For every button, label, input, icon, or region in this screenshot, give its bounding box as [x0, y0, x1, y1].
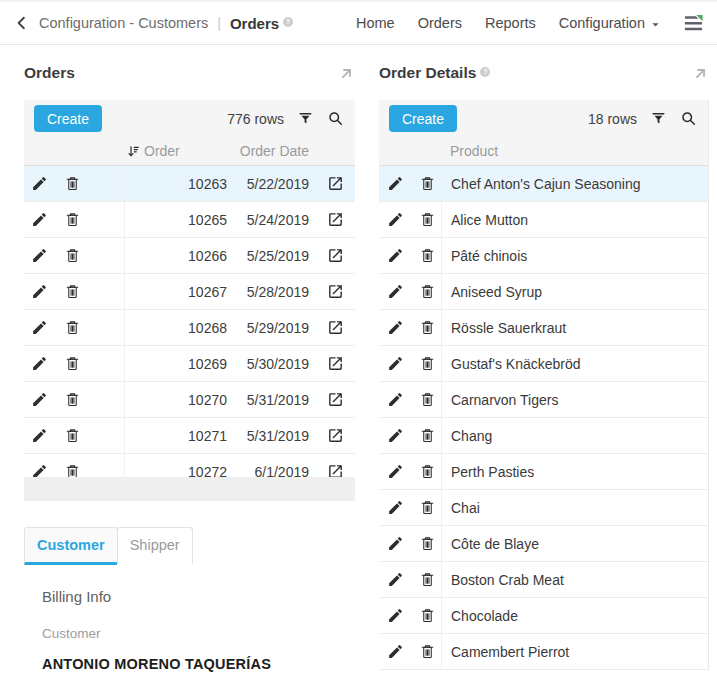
product-row[interactable]: Aniseed Syrup — [379, 274, 708, 310]
delete-icon[interactable] — [64, 355, 81, 372]
delete-icon[interactable] — [64, 283, 81, 300]
order-details-filter-icon[interactable] — [650, 110, 667, 127]
expand-orders-icon[interactable] — [338, 65, 355, 82]
order-row[interactable]: 102635/22/2019 — [24, 166, 355, 202]
order-row[interactable]: 102715/31/2019 — [24, 418, 355, 454]
delete-icon[interactable] — [419, 247, 436, 264]
edit-icon[interactable] — [387, 391, 404, 408]
delete-icon[interactable] — [419, 211, 436, 228]
delete-icon[interactable] — [419, 355, 436, 372]
delete-icon[interactable] — [64, 211, 81, 228]
order-row[interactable]: 102705/31/2019 — [24, 382, 355, 418]
delete-icon[interactable] — [64, 175, 81, 192]
delete-icon[interactable] — [419, 319, 436, 336]
edit-icon[interactable] — [31, 175, 48, 192]
open-record-icon[interactable] — [327, 391, 344, 408]
delete-icon[interactable] — [419, 499, 436, 516]
order-details-create-button[interactable]: Create — [389, 105, 457, 132]
breadcrumb-parent[interactable]: Configuration - Customers — [39, 15, 208, 31]
help-icon[interactable]: ? — [283, 17, 293, 27]
product-row[interactable]: Chef Anton's Cajun Seasoning — [379, 166, 708, 202]
order-details-col-product[interactable]: Product — [442, 143, 708, 159]
product-row[interactable]: Carnarvon Tigers — [379, 382, 708, 418]
open-record-icon[interactable] — [327, 463, 344, 477]
orders-filter-icon[interactable] — [297, 110, 314, 127]
open-record-icon[interactable] — [327, 355, 344, 372]
edit-icon[interactable] — [387, 463, 404, 480]
open-record-icon[interactable] — [327, 427, 344, 444]
orders-col-order[interactable]: Order — [144, 143, 180, 159]
edit-icon[interactable] — [387, 211, 404, 228]
delete-icon[interactable] — [419, 283, 436, 300]
delete-icon[interactable] — [64, 319, 81, 336]
edit-icon[interactable] — [387, 355, 404, 372]
product-row[interactable]: Camembert Pierrot — [379, 634, 708, 670]
product-row[interactable]: Chai — [379, 490, 708, 526]
orders-search-icon[interactable] — [327, 110, 344, 127]
edit-icon[interactable] — [387, 535, 404, 552]
edit-icon[interactable] — [387, 643, 404, 660]
edit-icon[interactable] — [387, 499, 404, 516]
product-row[interactable]: Chocolade — [379, 598, 708, 634]
sort-icon[interactable] — [126, 144, 141, 159]
product-row[interactable]: Boston Crab Meat — [379, 562, 708, 598]
edit-icon[interactable] — [387, 175, 404, 192]
delete-icon[interactable] — [64, 391, 81, 408]
edit-icon[interactable] — [31, 391, 48, 408]
back-icon[interactable] — [13, 14, 31, 32]
edit-icon[interactable] — [387, 571, 404, 588]
edit-icon[interactable] — [31, 355, 48, 372]
tab-customer[interactable]: Customer — [24, 527, 118, 565]
delete-icon[interactable] — [64, 247, 81, 264]
delete-icon[interactable] — [419, 427, 436, 444]
product-row[interactable]: Alice Mutton — [379, 202, 708, 238]
edit-icon[interactable] — [387, 247, 404, 264]
product-row[interactable]: Rössle Sauerkraut — [379, 310, 708, 346]
open-record-icon[interactable] — [327, 283, 344, 300]
order-row[interactable]: 102726/1/2019 — [24, 454, 355, 477]
delete-icon[interactable] — [419, 535, 436, 552]
order-row[interactable]: 102655/24/2019 — [24, 202, 355, 238]
delete-icon[interactable] — [64, 463, 81, 477]
product-row[interactable]: Pâté chinois — [379, 238, 708, 274]
edit-icon[interactable] — [387, 607, 404, 624]
nav-home[interactable]: Home — [356, 15, 395, 31]
orders-col-date[interactable]: Order Date — [235, 143, 315, 159]
nav-orders[interactable]: Orders — [418, 15, 462, 31]
nav-reports[interactable]: Reports — [485, 15, 536, 31]
order-row[interactable]: 102675/28/2019 — [24, 274, 355, 310]
order-details-help-icon[interactable]: ? — [480, 67, 490, 77]
delete-icon[interactable] — [419, 391, 436, 408]
delete-icon[interactable] — [419, 643, 436, 660]
delete-icon[interactable] — [64, 427, 81, 444]
edit-icon[interactable] — [31, 247, 48, 264]
edit-icon[interactable] — [31, 211, 48, 228]
orders-create-button[interactable]: Create — [34, 105, 102, 132]
app-menu-icon[interactable] — [682, 12, 705, 35]
product-row[interactable]: Gustaf's Knäckebröd — [379, 346, 708, 382]
open-record-icon[interactable] — [327, 319, 344, 336]
nav-configuration[interactable]: Configuration — [559, 15, 663, 32]
edit-icon[interactable] — [31, 463, 48, 477]
edit-icon[interactable] — [387, 427, 404, 444]
edit-icon[interactable] — [31, 283, 48, 300]
open-record-icon[interactable] — [327, 247, 344, 264]
open-record-icon[interactable] — [327, 211, 344, 228]
order-row[interactable]: 102685/29/2019 — [24, 310, 355, 346]
delete-icon[interactable] — [419, 175, 436, 192]
order-row[interactable]: 102665/25/2019 — [24, 238, 355, 274]
edit-icon[interactable] — [387, 319, 404, 336]
delete-icon[interactable] — [419, 607, 436, 624]
expand-order-details-icon[interactable] — [692, 65, 709, 82]
edit-icon[interactable] — [31, 427, 48, 444]
order-details-search-icon[interactable] — [680, 110, 697, 127]
product-row[interactable]: Côte de Blaye — [379, 526, 708, 562]
chevron-down-icon[interactable] — [648, 17, 663, 32]
delete-icon[interactable] — [419, 571, 436, 588]
edit-icon[interactable] — [387, 283, 404, 300]
order-row[interactable]: 102695/30/2019 — [24, 346, 355, 382]
open-record-icon[interactable] — [327, 175, 344, 192]
delete-icon[interactable] — [419, 463, 436, 480]
tab-shipper[interactable]: Shipper — [117, 527, 193, 565]
product-row[interactable]: Perth Pasties — [379, 454, 708, 490]
